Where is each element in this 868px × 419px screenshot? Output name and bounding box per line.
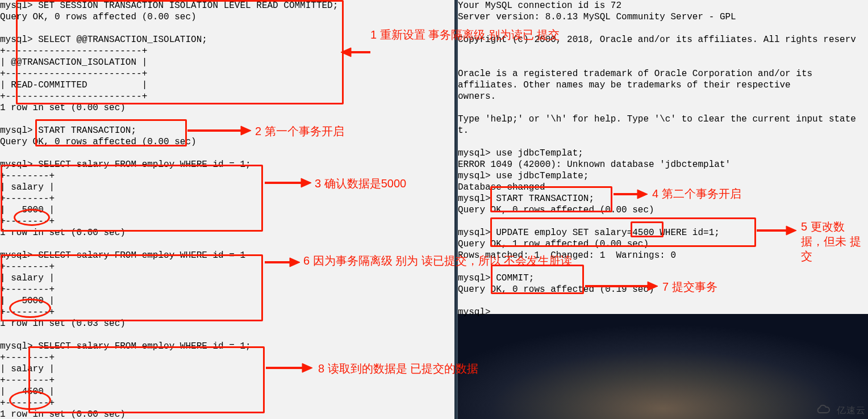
svg-marker-13 — [786, 226, 796, 235]
annotation-3: 3 确认数据是5000 — [315, 176, 406, 191]
annotation-2: 2 第一个事务开启 — [255, 124, 344, 139]
arrow-8 — [266, 362, 312, 374]
svg-marker-15 — [648, 282, 658, 291]
svg-marker-11 — [637, 190, 648, 199]
svg-marker-7 — [290, 258, 300, 267]
circle-4500 — [9, 391, 51, 410]
highlight-box-1 — [16, 0, 344, 104]
svg-marker-3 — [241, 126, 251, 135]
arrow-5 — [757, 225, 796, 236]
circle-5000-a — [14, 209, 50, 226]
arrow-2 — [187, 125, 251, 136]
arrow-4 — [614, 188, 648, 200]
desktop-wallpaper — [458, 314, 868, 419]
highlight-box-5 — [490, 217, 756, 247]
circle-5000-b — [9, 299, 51, 318]
watermark-text: 亿速云 — [837, 405, 866, 415]
highlight-box-8 — [28, 346, 265, 413]
highlight-box-2 — [35, 119, 187, 146]
arrow-3 — [265, 177, 311, 188]
cloud-icon — [815, 405, 834, 418]
highlight-box-4 — [490, 186, 612, 212]
annotation-8: 8 读取到的数据是 已提交的数据 — [318, 361, 478, 376]
arrow-1 — [341, 47, 370, 58]
svg-marker-5 — [301, 178, 311, 187]
arrow-7 — [585, 280, 658, 292]
annotation-4: 4 第二个事务开启 — [652, 186, 741, 201]
annotation-7: 7 提交事务 — [662, 279, 717, 294]
annotation-1: 1 重新设置 事务隔离级 别为读已 提交 — [370, 27, 560, 42]
svg-marker-1 — [341, 48, 351, 57]
highlight-box-7 — [491, 265, 584, 294]
annotation-6: 6 因为事务隔离级 别为 读已提交，所以 不会发生脏读 — [303, 253, 572, 268]
annotation-5: 5 更改数 据，但未 提交 — [801, 219, 868, 263]
highlight-box-5b — [631, 221, 663, 237]
watermark: 亿速云 — [815, 405, 866, 418]
arrow-6 — [265, 257, 300, 268]
svg-marker-9 — [302, 363, 312, 372]
